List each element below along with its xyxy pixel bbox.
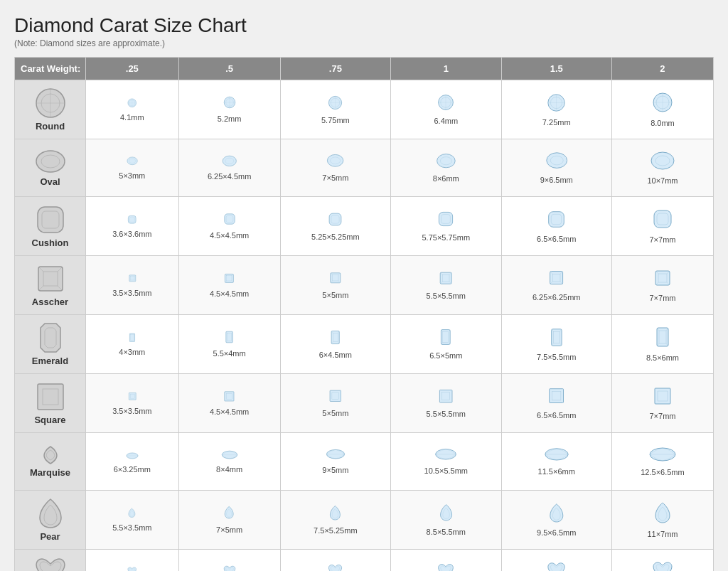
svg-point-32: [223, 156, 236, 166]
shape-name-asscher: Asscher: [32, 297, 68, 307]
shape-name-cushion: Cushion: [32, 238, 69, 248]
heart-diamond-icon: [127, 566, 137, 571]
size-cell: 5.2mm: [178, 80, 280, 139]
size-label: 5.75mm: [321, 116, 350, 124]
size-cell: 7.5×5.25mm: [280, 491, 390, 550]
header-2: 2: [611, 58, 713, 80]
size-cell: 11.5×6mm: [501, 433, 611, 491]
svg-rect-144: [439, 390, 452, 402]
size-cell: 8.0mm: [611, 80, 713, 139]
size-label: 7.5×5.5mm: [537, 353, 576, 361]
table-row: Cushion 3.6×3.6mm 4.5×4.5mm 5.25×5: [15, 197, 714, 256]
cushion-diamond-icon: [127, 214, 137, 227]
square-diamond-icon: [328, 389, 343, 406]
shape-label-round: Round: [15, 80, 86, 139]
shape-name-pear: Pear: [40, 531, 60, 542]
svg-rect-46: [224, 214, 234, 224]
size-label: 10.5×5.5mm: [424, 466, 468, 475]
size-cell: 4.5×4.5mm: [178, 197, 280, 256]
size-label: 5×5mm: [322, 409, 348, 417]
header-15: 1.5: [501, 58, 611, 80]
size-label: 5×3mm: [119, 171, 145, 180]
size-label: 6.5×5mm: [429, 351, 462, 360]
svg-rect-146: [550, 389, 564, 403]
size-label: 9.5×6.5mm: [537, 528, 576, 537]
oval-icon: [35, 149, 66, 176]
pear-diamond-icon: [654, 501, 671, 527]
shape-label-cushion: Cushion: [15, 197, 86, 256]
marquise-diamond-icon: [648, 447, 677, 465]
size-label: 4.5×4.5mm: [210, 289, 249, 298]
round-diamond-icon: [127, 97, 137, 110]
cushion-diamond-icon: [652, 208, 673, 233]
marquise-icon: [35, 445, 66, 467]
table-row: Marquise 6×3.25mm 8×4mm: [15, 433, 714, 491]
size-cell: 7.5×5.5mm: [501, 315, 611, 374]
size-label: 5×5mm: [322, 291, 348, 299]
heart-diamond-icon: [223, 565, 236, 571]
size-label: 5.75×5.75mm: [422, 233, 470, 242]
svg-point-36: [437, 154, 455, 167]
cushion-diamond-icon: [223, 213, 236, 228]
size-cell: 7×7mm: [501, 550, 611, 572]
size-cell: 7×7mm: [611, 197, 713, 256]
size-cell: 5×5mm: [280, 256, 390, 315]
page-subtitle: (Note: Diamond sizes are approximate.): [14, 38, 714, 48]
svg-rect-138: [129, 393, 136, 400]
size-cell: 7×7mm: [611, 374, 713, 433]
marquise-diamond-icon: [544, 447, 569, 464]
size-cell: 6×6mm: [280, 550, 390, 572]
shape-label-oval: Oval: [15, 139, 86, 197]
size-label: 7×7mm: [649, 235, 675, 244]
size-cell: 5×5mm: [280, 374, 390, 433]
asscher-diamond-icon: [653, 268, 673, 291]
asscher-diamond-icon: [547, 269, 565, 289]
table-row: Pear 5.5×3.5mm 7×5mm 7.5×5.25mm: [15, 491, 714, 550]
asscher-diamond-icon: [128, 273, 137, 286]
size-cell: 6×4.5mm: [280, 315, 390, 374]
header-025: .25: [86, 58, 179, 80]
svg-point-40: [651, 152, 674, 169]
table-row: Oval 5×3mm 6.25×4.5mm 7×5mm: [15, 139, 714, 197]
size-cell: 9.5×6.5mm: [501, 491, 611, 550]
size-label: 8.5×6mm: [646, 353, 679, 362]
shape-label-emerald: Emerald: [15, 315, 86, 374]
size-cell: 7×7mm: [611, 256, 713, 315]
shape-label-asscher: Asscher: [15, 256, 86, 315]
size-cell: 11×7mm: [611, 491, 713, 550]
oval-diamond-icon: [650, 151, 675, 174]
size-label: 7.25mm: [542, 118, 571, 127]
table-row: Round 4.1mm 5.2mm: [15, 80, 714, 139]
size-cell: 5.5×4mm: [178, 315, 280, 374]
shape-name-square: Square: [34, 415, 65, 425]
size-cell: 5.5×3.5mm: [86, 491, 179, 550]
size-cell: 9×6.5mm: [501, 139, 611, 197]
size-cell: 6×3.25mm: [86, 433, 179, 491]
shape-label-pear: Pear: [15, 491, 86, 550]
heart-diamond-icon: [652, 561, 673, 571]
heart-icon: [35, 557, 66, 571]
square-diamond-icon: [547, 387, 565, 407]
size-cell: 8.5×6mm: [611, 315, 713, 374]
table-row: Square 3.5×3.5mm 4.5×4.5mm 5×5mm: [15, 374, 714, 433]
square-diamond-icon: [128, 391, 137, 404]
heart-diamond-icon: [328, 564, 343, 571]
header-1: 1: [391, 58, 501, 80]
size-cell: 3.5×3.5mm: [86, 374, 179, 433]
svg-rect-42: [38, 207, 63, 233]
cushion-icon: [35, 204, 66, 238]
size-label: 3.5×3.5mm: [112, 289, 151, 297]
round-icon: [35, 87, 66, 121]
header-075: .75: [280, 58, 390, 80]
size-cell: 10×7mm: [611, 139, 713, 197]
shape-label-heart: Heart: [15, 550, 86, 572]
size-label: 3.5×3.5mm: [112, 407, 151, 415]
size-cell: 12.5×6.5mm: [611, 433, 713, 491]
size-label: 9×6.5mm: [540, 176, 573, 184]
size-cell: 7×5mm: [178, 491, 280, 550]
square-diamond-icon: [653, 386, 673, 409]
svg-point-38: [546, 153, 567, 169]
round-diamond-icon: [652, 92, 673, 116]
size-label: 7×7mm: [649, 412, 675, 420]
size-label: 4.1mm: [120, 113, 144, 122]
